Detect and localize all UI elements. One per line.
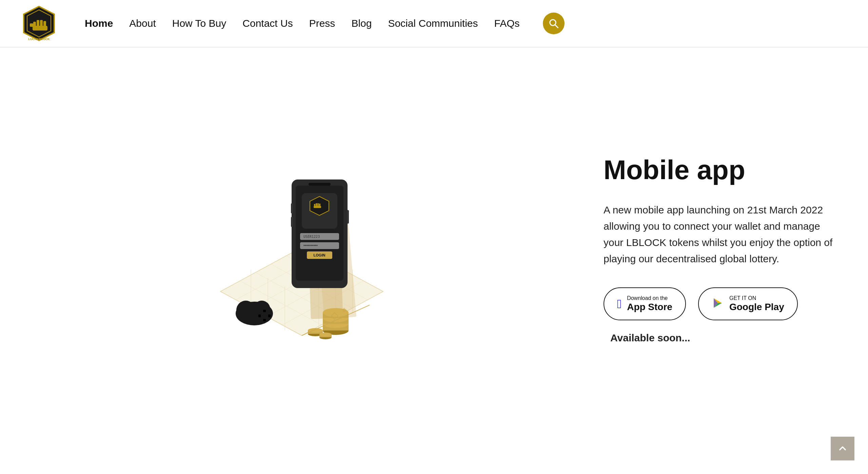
nav-how-to-buy[interactable]: How To Buy <box>172 18 226 29</box>
svg-rect-35 <box>347 210 349 224</box>
logo-link[interactable]: LUCKYBLOCK <box>20 5 58 42</box>
google-play-text: GET IT ON Google Play <box>729 295 784 313</box>
app-store-text: Download on the App Store <box>627 295 672 313</box>
svg-rect-54 <box>251 305 254 308</box>
google-play-icon <box>712 297 724 311</box>
available-soon-text: Available soon... <box>610 330 841 346</box>
svg-rect-6 <box>33 26 47 31</box>
svg-text:••••••••••: •••••••••• <box>303 243 318 248</box>
nav-about[interactable]: About <box>129 18 156 29</box>
svg-point-53 <box>249 311 256 318</box>
hero-description: A new mobile app launching on 21st March… <box>604 202 841 267</box>
svg-rect-32 <box>309 183 331 186</box>
main-nav: Home About How To Buy Contact Us Press B… <box>85 13 848 34</box>
google-play-button[interactable]: GET IT ON Google Play <box>698 287 798 320</box>
app-store-label-big: App Store <box>627 301 672 313</box>
app-store-button[interactable]:  Download on the App Store <box>604 287 686 320</box>
mobile-app-illustration: USER1223 •••••••••• LOGIN <box>186 159 417 363</box>
store-buttons:  Download on the App Store <box>604 287 841 320</box>
svg-text:LOGIN: LOGIN <box>314 253 326 257</box>
nav-home[interactable]: Home <box>85 18 113 29</box>
hero-title: Mobile app <box>604 155 841 185</box>
search-icon <box>549 18 559 29</box>
google-play-label-small: GET IT ON <box>729 295 784 301</box>
svg-rect-67 <box>268 315 271 317</box>
header: LUCKYBLOCK Home About How To Buy Contact… <box>0 0 868 48</box>
svg-line-10 <box>555 25 558 27</box>
svg-point-80 <box>319 333 332 337</box>
apple-icon:  <box>617 298 622 310</box>
svg-rect-33 <box>291 203 293 213</box>
main-content: USER1223 •••••••••• LOGIN <box>0 48 868 474</box>
logo-icon: LUCKYBLOCK <box>20 5 58 42</box>
chevron-up-icon <box>838 444 847 453</box>
nav-social-communities[interactable]: Social Communities <box>388 18 478 29</box>
hero-illustration: USER1223 •••••••••• LOGIN <box>27 159 576 363</box>
svg-rect-64 <box>263 310 266 312</box>
svg-rect-56 <box>243 313 246 316</box>
hero-content: Mobile app A new mobile app launching on… <box>604 155 841 366</box>
svg-point-63 <box>262 314 267 318</box>
svg-text:USER1223: USER1223 <box>303 235 320 239</box>
svg-rect-65 <box>263 319 266 321</box>
search-button[interactable] <box>543 13 565 34</box>
svg-rect-34 <box>291 217 293 227</box>
svg-rect-7 <box>30 23 34 27</box>
svg-rect-42 <box>314 206 321 208</box>
nav-faqs[interactable]: FAQs <box>494 18 520 29</box>
scroll-to-top-button[interactable] <box>831 437 854 460</box>
nav-blog[interactable]: Blog <box>351 18 372 29</box>
google-play-label-big: Google Play <box>729 301 784 313</box>
svg-rect-66 <box>258 315 261 317</box>
nav-contact-us[interactable]: Contact Us <box>242 18 293 29</box>
svg-rect-55 <box>251 321 254 324</box>
nav-press[interactable]: Press <box>309 18 335 29</box>
app-store-label-small: Download on the <box>627 295 672 301</box>
svg-text:LUCKYBLOCK: LUCKYBLOCK <box>28 37 50 41</box>
